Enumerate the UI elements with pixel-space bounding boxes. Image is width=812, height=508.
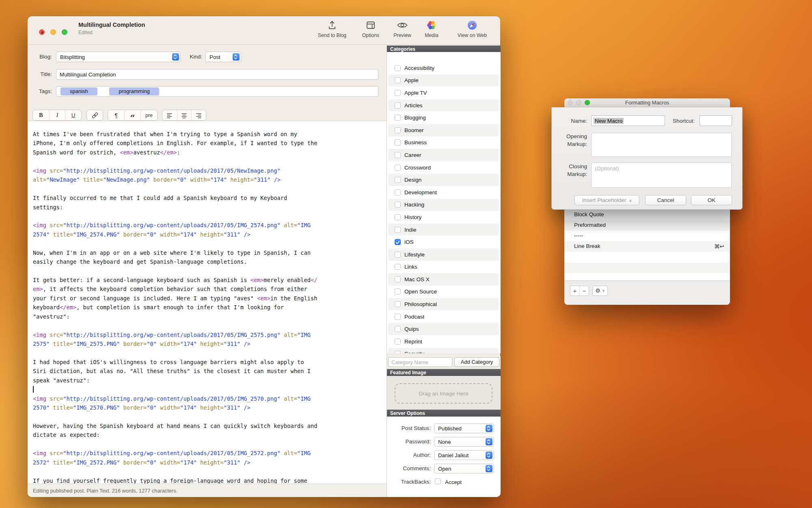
category-row[interactable]: Boomer — [388, 124, 499, 137]
remove-macro-button[interactable]: − — [579, 286, 589, 295]
server-option-popup[interactable]: Open — [434, 464, 494, 473]
category-checkbox[interactable] — [395, 289, 401, 295]
editor-line[interactable]: keyboard</em>, but completion is smart e… — [33, 304, 317, 313]
bold-button[interactable]: B — [33, 110, 49, 120]
category-checkbox[interactable] — [395, 339, 401, 345]
tag-pill[interactable]: programming — [109, 87, 159, 96]
insert-placeholder-popup[interactable]: Insert Placeholder∨ — [574, 195, 639, 205]
editor-line[interactable]: <img src="http://bitsplitting.org/wp-con… — [33, 167, 317, 176]
italic-button[interactable]: I — [49, 110, 65, 120]
post-body-editor[interactable]: At times I've been frustrated that when … — [28, 121, 387, 484]
editor-line[interactable] — [33, 441, 317, 450]
editor-line[interactable]: alt="NewImage" title="NewImage.png" bord… — [33, 176, 317, 185]
editor-line[interactable]: <img src="http://bitsplitting.org/wp-con… — [33, 222, 317, 231]
category-checkbox[interactable] — [395, 115, 401, 121]
ok-button[interactable]: OK — [691, 195, 732, 205]
category-checkbox[interactable] — [395, 177, 401, 183]
editor-line[interactable]: If you find yourself frequently typing a… — [33, 478, 317, 484]
view-on-web-button[interactable]: View on Web — [451, 20, 493, 43]
editor-line[interactable] — [33, 213, 317, 222]
editor-line[interactable] — [33, 414, 317, 423]
editor-line[interactable]: <img src="http://bitsplitting.org/wp-con… — [33, 450, 317, 459]
cancel-button[interactable]: Cancel — [645, 195, 686, 205]
category-row[interactable]: Links — [388, 261, 499, 274]
category-checkbox[interactable] — [395, 264, 401, 270]
category-checkbox[interactable] — [395, 165, 401, 171]
editor-line[interactable]: dictate as expected: — [33, 432, 317, 441]
image-drop-zone[interactable]: Drag an Image Here — [395, 383, 492, 404]
editor-line[interactable] — [33, 322, 317, 331]
editor-line[interactable]: speak "avestruz": — [33, 377, 317, 386]
category-row[interactable]: Mac OS X — [388, 273, 499, 286]
category-checkbox[interactable] — [395, 252, 401, 258]
editor-line[interactable]: easily change the keyboard and get Spani… — [33, 258, 317, 267]
category-checkbox[interactable] — [395, 152, 401, 158]
editor-line[interactable] — [33, 268, 317, 277]
tags-field[interactable]: spanishprogramming — [56, 86, 378, 97]
macro-actions-button[interactable]: ⚙ ∨ — [592, 286, 608, 296]
category-checkbox[interactable] — [395, 276, 401, 282]
editor-line[interactable] — [33, 240, 317, 249]
category-checkbox[interactable] — [395, 239, 401, 245]
title-field[interactable]: Multilingual Completion — [56, 69, 378, 80]
paragraph-button[interactable]: ¶ — [108, 110, 124, 120]
editor-line[interactable]: em>, it affects the keyboard completion … — [33, 286, 317, 295]
closing-markup-textarea[interactable]: (Optional) — [591, 163, 732, 188]
editor-line[interactable]: Spanish word for ostrich, <em>avestruz</… — [33, 149, 317, 158]
editor-line[interactable] — [33, 468, 317, 477]
category-row[interactable]: Open Source — [388, 286, 499, 298]
category-row[interactable]: Security — [388, 348, 499, 353]
macro-row[interactable]: Preformatted — [564, 220, 730, 231]
editor-line[interactable]: Siri dictation, but alas no. "All these … — [33, 368, 317, 377]
category-row[interactable]: Philosophical — [388, 298, 499, 310]
align-left-button[interactable] — [162, 110, 177, 120]
macro-row[interactable]: Block Quote — [564, 210, 730, 220]
editor-line[interactable]: However, having the Spanish keyboard at … — [33, 423, 317, 432]
media-button[interactable]: Media — [410, 20, 453, 43]
server-option-popup[interactable]: Published — [434, 423, 494, 433]
category-row[interactable]: Apple TV — [388, 87, 499, 99]
editor-line[interactable]: your first or second language is include… — [33, 295, 317, 304]
align-right-button[interactable] — [191, 110, 206, 120]
add-category-button[interactable]: Add Category — [454, 357, 499, 367]
category-row[interactable]: Apple — [388, 74, 499, 87]
category-checkbox[interactable] — [395, 314, 401, 320]
category-row[interactable]: History — [388, 211, 499, 224]
blockquote-button[interactable]: “ — [124, 110, 140, 120]
preformatted-button[interactable]: pre — [140, 110, 157, 120]
editor-line[interactable]: 2574" title="IMG_2574.PNG" border="0" wi… — [33, 231, 317, 240]
editor-line[interactable]: 2570" title="IMG_2570.PNG" border="0" wi… — [33, 404, 317, 413]
category-checkbox[interactable] — [395, 102, 401, 109]
category-row[interactable]: Accessibility — [388, 62, 499, 74]
link-button[interactable] — [87, 110, 103, 120]
editor-line[interactable] — [33, 386, 317, 395]
category-checkbox[interactable] — [395, 301, 401, 307]
opening-markup-textarea[interactable] — [591, 133, 732, 157]
align-center-button[interactable] — [177, 110, 192, 120]
editor-line[interactable] — [33, 186, 317, 195]
category-row[interactable]: Hacking — [388, 199, 499, 211]
blog-popup[interactable]: Bitsplitting — [56, 52, 181, 62]
category-row[interactable]: Crossword — [388, 161, 499, 174]
underline-button[interactable]: U — [65, 110, 81, 120]
category-row[interactable]: Design — [388, 174, 499, 186]
server-option-popup[interactable]: Daniel Jalkut — [434, 450, 494, 460]
server-option-popup[interactable]: None — [434, 437, 494, 447]
category-checkbox[interactable] — [395, 214, 401, 220]
minimize-button[interactable] — [50, 29, 56, 35]
category-row[interactable]: Career — [388, 149, 499, 161]
editor-line[interactable] — [33, 350, 317, 359]
category-row[interactable]: Reprint — [388, 335, 499, 348]
editor-line[interactable]: 2575" title="IMG_2575.PNG" border="0" wi… — [33, 341, 317, 350]
tag-pill[interactable]: spanish — [60, 87, 97, 96]
category-checkbox[interactable] — [395, 127, 401, 133]
macro-name-field[interactable]: New Macro — [591, 115, 665, 126]
macro-shortcut-field[interactable] — [700, 115, 732, 126]
send-to-blog-button[interactable]: Send to Blog — [311, 20, 353, 43]
category-checkbox[interactable] — [395, 65, 401, 71]
category-row[interactable]: Development — [388, 186, 499, 199]
editor-line[interactable]: I had hoped that iOS's willingness to cr… — [33, 359, 317, 368]
editor-line[interactable] — [33, 158, 317, 167]
category-name-input[interactable] — [388, 357, 452, 367]
zoom-button[interactable] — [62, 29, 67, 35]
